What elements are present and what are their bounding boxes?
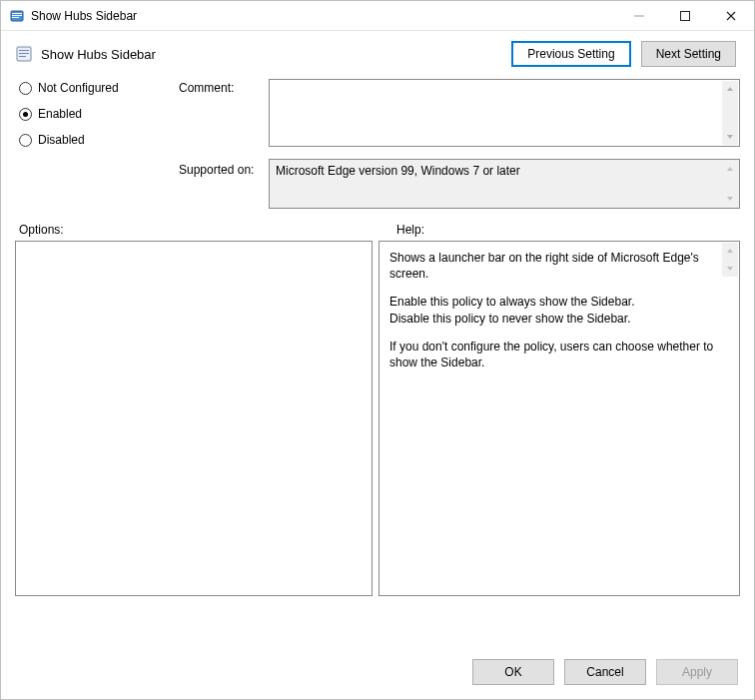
scroll-up-icon[interactable] [722, 161, 738, 177]
scrollbar[interactable] [722, 243, 738, 277]
scrollbar[interactable] [722, 81, 738, 145]
svg-rect-4 [634, 15, 644, 16]
radio-icon [19, 82, 32, 95]
panels: Shows a launcher bar on the right side o… [1, 241, 754, 645]
svg-rect-1 [12, 13, 22, 14]
supported-label: Supported on: [179, 159, 269, 177]
close-button[interactable] [708, 1, 754, 30]
options-header: Options: [15, 223, 388, 237]
policy-header: Show Hubs Sidebar Previous Setting Next … [1, 31, 754, 71]
scroll-down-icon[interactable] [722, 191, 738, 207]
svg-rect-9 [19, 56, 26, 57]
dialog-footer: OK Cancel Apply [1, 645, 754, 699]
scroll-down-icon[interactable] [722, 129, 738, 145]
radio-icon [19, 134, 32, 147]
state-radio-group: Not Configured Enabled Disabled [19, 79, 179, 147]
comment-label: Comment: [179, 79, 269, 95]
supported-on-field: Microsoft Edge version 99, Windows 7 or … [269, 159, 740, 209]
window: Show Hubs Sidebar Show H [0, 0, 755, 700]
svg-rect-5 [681, 11, 690, 20]
radio-disabled[interactable]: Disabled [19, 133, 179, 147]
policy-title: Show Hubs Sidebar [41, 47, 156, 62]
radio-label: Enabled [38, 107, 82, 121]
radio-label: Not Configured [38, 81, 119, 95]
svg-rect-7 [19, 50, 29, 51]
scroll-up-icon[interactable] [722, 81, 738, 97]
ok-button[interactable]: OK [472, 659, 554, 685]
radio-icon [19, 108, 32, 121]
supported-on-text: Microsoft Edge version 99, Windows 7 or … [270, 160, 739, 182]
svg-rect-3 [12, 17, 19, 18]
cancel-button[interactable]: Cancel [564, 659, 646, 685]
svg-rect-8 [19, 53, 29, 54]
comment-textarea[interactable] [269, 79, 740, 147]
help-header: Help: [388, 223, 424, 237]
help-text-2b: Disable this policy to never show the Si… [389, 311, 715, 327]
svg-rect-2 [12, 15, 22, 16]
help-text-2a: Enable this policy to always show the Si… [389, 294, 715, 310]
help-text-1: Shows a launcher bar on the right side o… [389, 250, 715, 282]
window-controls [616, 1, 754, 30]
radio-not-configured[interactable]: Not Configured [19, 81, 179, 95]
scroll-up-icon[interactable] [722, 243, 738, 259]
scroll-down-icon[interactable] [722, 261, 738, 277]
next-setting-button[interactable]: Next Setting [641, 41, 736, 67]
config-form: Not Configured Enabled Disabled Comment: [1, 71, 754, 209]
app-icon [9, 8, 25, 24]
help-panel[interactable]: Shows a launcher bar on the right side o… [378, 241, 740, 596]
panels-header: Options: Help: [1, 209, 754, 241]
titlebar: Show Hubs Sidebar [1, 1, 754, 31]
radio-label: Disabled [38, 133, 85, 147]
scrollbar[interactable] [722, 161, 738, 207]
apply-button[interactable]: Apply [656, 659, 738, 685]
radio-enabled[interactable]: Enabled [19, 107, 179, 121]
options-panel[interactable] [15, 241, 373, 596]
window-title: Show Hubs Sidebar [31, 9, 137, 23]
maximize-button[interactable] [662, 1, 708, 30]
policy-icon [15, 45, 33, 63]
previous-setting-button[interactable]: Previous Setting [511, 41, 630, 67]
help-text-3: If you don't configure the policy, users… [389, 339, 715, 370]
minimize-button[interactable] [616, 1, 662, 30]
